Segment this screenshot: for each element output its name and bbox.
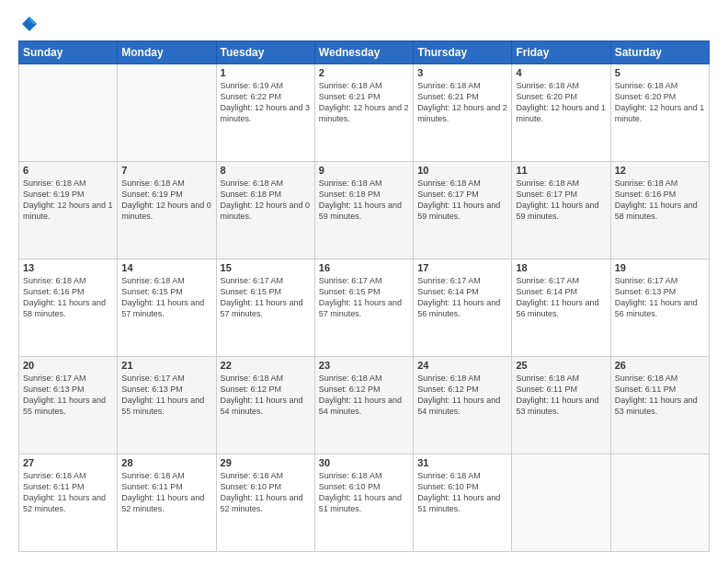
calendar-cell bbox=[118, 64, 216, 162]
day-number: 19 bbox=[615, 262, 705, 273]
day-number: 30 bbox=[319, 457, 409, 468]
day-detail: Sunrise: 6:17 AM Sunset: 6:15 PM Dayligh… bbox=[221, 275, 311, 320]
day-number: 11 bbox=[516, 165, 606, 176]
calendar-cell bbox=[19, 64, 118, 162]
logo-icon bbox=[20, 15, 39, 33]
day-detail: Sunrise: 6:18 AM Sunset: 6:10 PM Dayligh… bbox=[417, 470, 507, 515]
day-number: 27 bbox=[23, 457, 113, 468]
day-detail: Sunrise: 6:18 AM Sunset: 6:12 PM Dayligh… bbox=[417, 373, 507, 418]
day-number: 29 bbox=[221, 457, 311, 468]
calendar-cell: 25Sunrise: 6:18 AM Sunset: 6:11 PM Dayli… bbox=[512, 357, 610, 454]
day-number: 1 bbox=[221, 67, 311, 78]
day-detail: Sunrise: 6:18 AM Sunset: 6:16 PM Dayligh… bbox=[23, 275, 113, 320]
day-detail: Sunrise: 6:17 AM Sunset: 6:13 PM Dayligh… bbox=[23, 373, 113, 418]
day-number: 8 bbox=[221, 165, 311, 176]
day-detail: Sunrise: 6:18 AM Sunset: 6:18 PM Dayligh… bbox=[221, 178, 311, 223]
day-detail: Sunrise: 6:18 AM Sunset: 6:20 PM Dayligh… bbox=[516, 80, 606, 125]
day-detail: Sunrise: 6:18 AM Sunset: 6:20 PM Dayligh… bbox=[615, 80, 705, 125]
day-detail: Sunrise: 6:18 AM Sunset: 6:10 PM Dayligh… bbox=[319, 470, 409, 515]
calendar-cell: 13Sunrise: 6:18 AM Sunset: 6:16 PM Dayli… bbox=[19, 259, 118, 357]
calendar-cell: 31Sunrise: 6:18 AM Sunset: 6:10 PM Dayli… bbox=[414, 454, 512, 552]
calendar-cell: 19Sunrise: 6:17 AM Sunset: 6:13 PM Dayli… bbox=[610, 259, 709, 357]
calendar-cell: 21Sunrise: 6:17 AM Sunset: 6:13 PM Dayli… bbox=[118, 357, 216, 454]
calendar-cell: 27Sunrise: 6:18 AM Sunset: 6:11 PM Dayli… bbox=[19, 454, 118, 552]
calendar-cell: 1Sunrise: 6:19 AM Sunset: 6:22 PM Daylig… bbox=[216, 64, 314, 162]
calendar-cell: 6Sunrise: 6:18 AM Sunset: 6:19 PM Daylig… bbox=[19, 162, 118, 259]
calendar-cell: 22Sunrise: 6:18 AM Sunset: 6:12 PM Dayli… bbox=[216, 357, 314, 454]
day-number: 2 bbox=[319, 67, 409, 78]
day-number: 26 bbox=[615, 360, 705, 371]
day-detail: Sunrise: 6:18 AM Sunset: 6:12 PM Dayligh… bbox=[221, 373, 311, 418]
col-header-friday: Friday bbox=[512, 41, 610, 64]
day-detail: Sunrise: 6:17 AM Sunset: 6:13 PM Dayligh… bbox=[615, 275, 705, 320]
calendar-cell: 3Sunrise: 6:18 AM Sunset: 6:21 PM Daylig… bbox=[414, 64, 512, 162]
calendar-cell: 24Sunrise: 6:18 AM Sunset: 6:12 PM Dayli… bbox=[414, 357, 512, 454]
col-header-wednesday: Wednesday bbox=[314, 41, 413, 64]
calendar-header-row: SundayMondayTuesdayWednesdayThursdayFrid… bbox=[19, 41, 710, 64]
calendar-cell: 12Sunrise: 6:18 AM Sunset: 6:16 PM Dayli… bbox=[610, 162, 709, 259]
day-number: 31 bbox=[417, 457, 507, 468]
calendar-cell: 30Sunrise: 6:18 AM Sunset: 6:10 PM Dayli… bbox=[314, 454, 413, 552]
day-number: 16 bbox=[319, 262, 409, 273]
day-detail: Sunrise: 6:18 AM Sunset: 6:21 PM Dayligh… bbox=[417, 80, 507, 125]
day-number: 24 bbox=[417, 360, 507, 371]
calendar-cell: 15Sunrise: 6:17 AM Sunset: 6:15 PM Dayli… bbox=[216, 259, 314, 357]
week-row-1: 1Sunrise: 6:19 AM Sunset: 6:22 PM Daylig… bbox=[19, 64, 710, 162]
page-header bbox=[18, 15, 710, 33]
day-number: 21 bbox=[121, 360, 211, 371]
day-detail: Sunrise: 6:18 AM Sunset: 6:19 PM Dayligh… bbox=[23, 178, 113, 223]
col-header-sunday: Sunday bbox=[19, 41, 118, 64]
calendar-cell: 18Sunrise: 6:17 AM Sunset: 6:14 PM Dayli… bbox=[512, 259, 610, 357]
calendar-cell: 26Sunrise: 6:18 AM Sunset: 6:11 PM Dayli… bbox=[610, 357, 709, 454]
day-detail: Sunrise: 6:18 AM Sunset: 6:11 PM Dayligh… bbox=[516, 373, 606, 418]
day-number: 25 bbox=[516, 360, 606, 371]
day-detail: Sunrise: 6:18 AM Sunset: 6:17 PM Dayligh… bbox=[417, 178, 507, 223]
calendar-cell: 20Sunrise: 6:17 AM Sunset: 6:13 PM Dayli… bbox=[19, 357, 118, 454]
day-detail: Sunrise: 6:18 AM Sunset: 6:11 PM Dayligh… bbox=[121, 470, 211, 515]
day-number: 23 bbox=[319, 360, 409, 371]
day-detail: Sunrise: 6:18 AM Sunset: 6:19 PM Dayligh… bbox=[121, 178, 211, 223]
day-number: 6 bbox=[23, 165, 113, 176]
day-detail: Sunrise: 6:18 AM Sunset: 6:11 PM Dayligh… bbox=[23, 470, 113, 515]
day-number: 7 bbox=[121, 165, 211, 176]
day-detail: Sunrise: 6:17 AM Sunset: 6:14 PM Dayligh… bbox=[516, 275, 606, 320]
week-row-5: 27Sunrise: 6:18 AM Sunset: 6:11 PM Dayli… bbox=[19, 454, 710, 552]
day-number: 14 bbox=[121, 262, 211, 273]
day-detail: Sunrise: 6:18 AM Sunset: 6:10 PM Dayligh… bbox=[221, 470, 311, 515]
calendar-cell: 2Sunrise: 6:18 AM Sunset: 6:21 PM Daylig… bbox=[314, 64, 413, 162]
calendar-cell bbox=[610, 454, 709, 552]
col-header-tuesday: Tuesday bbox=[216, 41, 314, 64]
day-number: 10 bbox=[417, 165, 507, 176]
day-detail: Sunrise: 6:17 AM Sunset: 6:13 PM Dayligh… bbox=[121, 373, 211, 418]
calendar-cell bbox=[512, 454, 610, 552]
day-detail: Sunrise: 6:18 AM Sunset: 6:21 PM Dayligh… bbox=[319, 80, 409, 125]
week-row-3: 13Sunrise: 6:18 AM Sunset: 6:16 PM Dayli… bbox=[19, 259, 710, 357]
calendar-cell: 29Sunrise: 6:18 AM Sunset: 6:10 PM Dayli… bbox=[216, 454, 314, 552]
day-detail: Sunrise: 6:17 AM Sunset: 6:14 PM Dayligh… bbox=[417, 275, 507, 320]
day-number: 13 bbox=[23, 262, 113, 273]
day-number: 18 bbox=[516, 262, 606, 273]
calendar-cell: 17Sunrise: 6:17 AM Sunset: 6:14 PM Dayli… bbox=[414, 259, 512, 357]
day-detail: Sunrise: 6:18 AM Sunset: 6:11 PM Dayligh… bbox=[615, 373, 705, 418]
calendar-cell: 23Sunrise: 6:18 AM Sunset: 6:12 PM Dayli… bbox=[314, 357, 413, 454]
day-number: 28 bbox=[121, 457, 211, 468]
col-header-saturday: Saturday bbox=[610, 41, 709, 64]
calendar-cell: 16Sunrise: 6:17 AM Sunset: 6:15 PM Dayli… bbox=[314, 259, 413, 357]
day-number: 5 bbox=[615, 67, 705, 78]
calendar-cell: 9Sunrise: 6:18 AM Sunset: 6:18 PM Daylig… bbox=[314, 162, 413, 259]
calendar-cell: 8Sunrise: 6:18 AM Sunset: 6:18 PM Daylig… bbox=[216, 162, 314, 259]
day-detail: Sunrise: 6:19 AM Sunset: 6:22 PM Dayligh… bbox=[221, 80, 311, 125]
day-number: 9 bbox=[319, 165, 409, 176]
day-number: 4 bbox=[516, 67, 606, 78]
calendar-cell: 28Sunrise: 6:18 AM Sunset: 6:11 PM Dayli… bbox=[118, 454, 216, 552]
calendar-cell: 10Sunrise: 6:18 AM Sunset: 6:17 PM Dayli… bbox=[414, 162, 512, 259]
day-detail: Sunrise: 6:18 AM Sunset: 6:15 PM Dayligh… bbox=[121, 275, 211, 320]
week-row-2: 6Sunrise: 6:18 AM Sunset: 6:19 PM Daylig… bbox=[19, 162, 710, 259]
day-detail: Sunrise: 6:18 AM Sunset: 6:16 PM Dayligh… bbox=[615, 178, 705, 223]
calendar-cell: 4Sunrise: 6:18 AM Sunset: 6:20 PM Daylig… bbox=[512, 64, 610, 162]
day-detail: Sunrise: 6:18 AM Sunset: 6:18 PM Dayligh… bbox=[319, 178, 409, 223]
logo bbox=[18, 15, 39, 33]
day-number: 17 bbox=[417, 262, 507, 273]
calendar-cell: 5Sunrise: 6:18 AM Sunset: 6:20 PM Daylig… bbox=[610, 64, 709, 162]
day-number: 22 bbox=[221, 360, 311, 371]
